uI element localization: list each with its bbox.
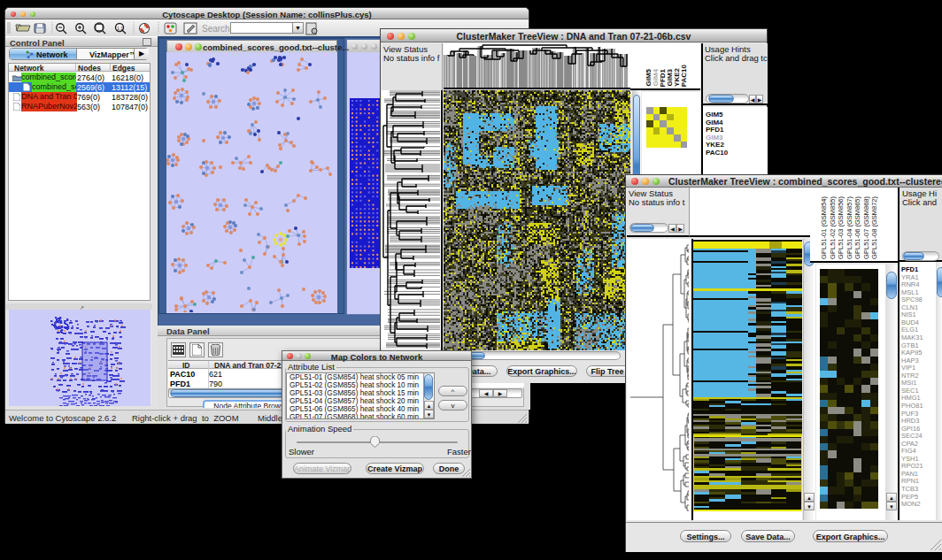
svg-text:1:1: 1:1 (117, 26, 123, 31)
